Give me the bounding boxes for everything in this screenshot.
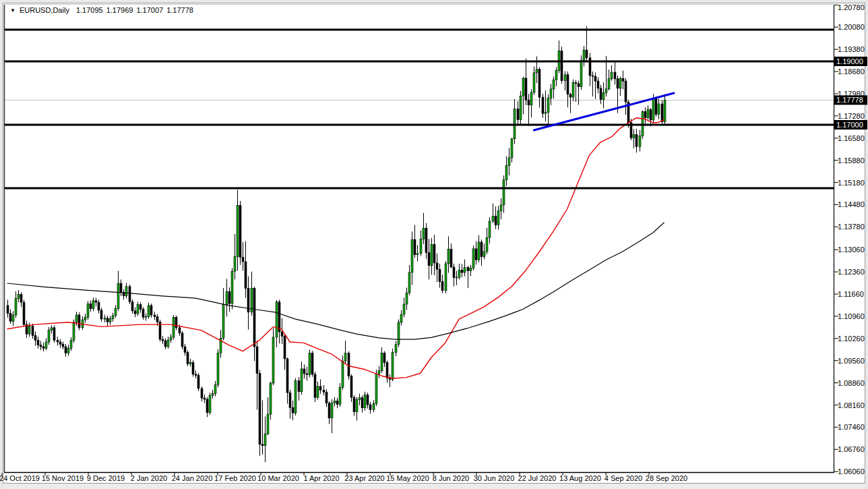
y-axis-label: 1.20080 — [838, 23, 865, 31]
candle-up — [406, 293, 408, 304]
candle-down — [120, 283, 122, 292]
y-axis-label: 1.08160 — [838, 401, 865, 409]
candle-up — [344, 353, 346, 361]
candle-down — [65, 347, 67, 353]
candle-down — [314, 374, 316, 397]
candle-up — [112, 316, 114, 319]
candle-down — [622, 78, 624, 81]
candle-up — [189, 363, 191, 364]
y-axis-label: 1.09560 — [838, 357, 865, 365]
candle-up — [605, 89, 607, 93]
candle-down — [636, 135, 638, 147]
y-axis-label: 1.07460 — [838, 423, 865, 431]
candle-up — [483, 252, 485, 257]
candle-up — [51, 328, 53, 330]
candle-up — [342, 361, 344, 387]
candle-down — [336, 401, 338, 404]
candle-up — [45, 342, 47, 348]
candle-down — [201, 389, 203, 398]
chart-canvas[interactable]: 1.207801.200801.193801.186801.179801.172… — [0, 0, 868, 489]
candle-down — [567, 75, 569, 94]
candle-up — [48, 330, 50, 342]
candle-up — [28, 326, 30, 334]
candle-up — [212, 394, 214, 396]
candle-down — [197, 375, 199, 389]
candle-down — [253, 289, 255, 347]
x-axis-label: 10 Mar 2020 — [257, 474, 299, 482]
candle-down — [20, 294, 22, 302]
candle-up — [294, 380, 297, 413]
candle-down — [467, 268, 469, 271]
candle-up — [339, 387, 341, 404]
candle-up — [619, 78, 621, 88]
candle-down — [386, 363, 388, 378]
candle-up — [334, 401, 336, 403]
candle-down — [328, 403, 330, 418]
candle-down — [323, 390, 325, 392]
candle-up — [572, 83, 574, 98]
candle-up — [403, 304, 405, 314]
candle-down — [9, 314, 11, 322]
symbol-dropdown-icon[interactable]: ▼ — [10, 7, 16, 13]
candle-down — [289, 393, 291, 407]
candle-up — [553, 80, 555, 89]
chart-plot-area[interactable] — [5, 5, 834, 472]
candle-up — [522, 78, 524, 96]
candle-down — [32, 326, 34, 335]
candle-up — [231, 271, 233, 304]
candle-down — [655, 98, 657, 115]
candle-down — [650, 109, 652, 120]
candle-down — [242, 258, 244, 262]
candle-down — [383, 353, 385, 362]
candle-down — [528, 100, 530, 105]
candle-down — [95, 301, 97, 302]
price-tag-label: 1.17000 — [836, 121, 863, 129]
y-axis-label: 1.06060 — [838, 467, 865, 476]
candle-down — [586, 50, 588, 58]
candle-up — [92, 301, 94, 309]
candle-down — [461, 270, 463, 272]
candle-up — [222, 305, 224, 339]
candle-up — [564, 75, 566, 81]
candle-up — [18, 294, 20, 298]
candle-up — [583, 50, 585, 61]
candle-down — [592, 76, 594, 76]
x-axis-label: 2 Jan 2020 — [131, 474, 167, 482]
candle-up — [536, 69, 538, 73]
candle-up — [364, 395, 366, 407]
y-axis-label: 1.13780 — [838, 223, 865, 231]
candle-down — [259, 374, 261, 444]
candle-down — [348, 353, 350, 376]
candle-up — [67, 348, 69, 353]
candle-up — [226, 291, 228, 304]
candle-up — [642, 111, 644, 136]
y-axis-label: 1.06760 — [838, 445, 865, 453]
x-axis-label: 24 Oct 2019 — [0, 474, 40, 482]
candle-up — [658, 104, 660, 115]
candle-down — [195, 374, 197, 375]
y-axis-label: 1.11660 — [838, 290, 864, 298]
candle-up — [511, 139, 513, 158]
y-axis-label: 1.15180 — [838, 179, 865, 187]
candle-up — [602, 93, 604, 100]
x-axis-label: 23 Apr 2020 — [344, 474, 384, 482]
y-axis-label: 1.08860 — [838, 379, 865, 387]
candle-down — [428, 252, 430, 265]
x-axis-label: 28 Sep 2020 — [646, 474, 687, 482]
candle-down — [414, 239, 416, 255]
candle-down — [439, 269, 441, 281]
candle-up — [234, 257, 236, 272]
candle-up — [117, 283, 119, 309]
candle-down — [306, 374, 308, 374]
candle-up — [431, 244, 433, 266]
candle-down — [495, 216, 497, 225]
quote-low: 1.17007 — [136, 6, 163, 14]
candle-up — [664, 100, 666, 121]
candle-down — [228, 291, 230, 304]
candle-up — [267, 414, 269, 434]
x-axis-label: 17 Feb 2020 — [214, 474, 256, 482]
candle-up — [125, 287, 127, 296]
candle-down — [453, 267, 455, 278]
candle-up — [478, 242, 480, 260]
candle-up — [470, 268, 472, 270]
